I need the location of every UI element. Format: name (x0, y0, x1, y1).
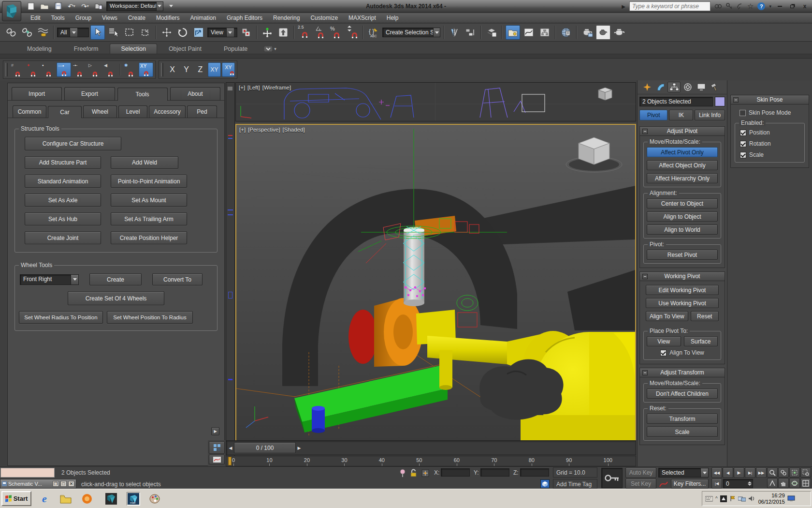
select-and-manipulate-icon[interactable] (260, 25, 275, 40)
workspace-dropdown[interactable]: Workspace: Default (106, 1, 163, 11)
time-tag-icon[interactable] (540, 479, 550, 488)
toggle-key-mode-button[interactable] (601, 468, 623, 488)
standard-animation-button[interactable]: Standard Animation (25, 175, 101, 188)
toolbar-grip[interactable] (5, 63, 8, 76)
configure-car-structure-button[interactable]: Configure Car Structure (25, 137, 121, 150)
restrict-x-button[interactable]: X (166, 62, 179, 77)
curve-editor-icon[interactable] (522, 25, 536, 40)
menu-tools[interactable]: Tools (46, 13, 70, 23)
render-setup-icon[interactable] (580, 25, 594, 40)
key-filters-button[interactable]: Key Filters... (671, 479, 709, 489)
point-to-point-animation-button[interactable]: Point-to-Point Animation (111, 175, 187, 188)
ribbon-tab-populate[interactable]: Populate (213, 44, 258, 54)
material-editor-icon[interactable] (559, 25, 573, 40)
affect-hierarchy-only-button[interactable]: Affect Hierarchy Only (647, 173, 718, 183)
field-of-view-icon[interactable] (767, 478, 778, 488)
panel-scroll-right-button[interactable]: ▶ (211, 427, 219, 435)
help-icon[interactable]: ? (757, 2, 765, 10)
percent-snap-toggle-icon[interactable]: % (329, 25, 344, 40)
minimize-button[interactable] (775, 2, 784, 10)
unlink-selection-icon[interactable]: ✻ (20, 25, 34, 40)
skin-pose-header[interactable]: Skin Pose (731, 95, 809, 105)
object-name-field[interactable]: 2 Objects Selected (639, 97, 713, 106)
docked-window-preview[interactable] (0, 468, 55, 478)
selection-filter-arrow-icon[interactable] (70, 28, 77, 37)
tab-tools[interactable]: Tools (117, 88, 168, 101)
ribbon-tab-object-paint[interactable]: Object Paint (158, 44, 212, 54)
window-crossing-icon[interactable] (138, 25, 153, 40)
reset-working-pivot-button[interactable]: Reset (691, 311, 719, 321)
collapse-icon[interactable] (733, 97, 739, 103)
edit-working-pivot-button[interactable]: Edit Working Pivot (646, 285, 719, 295)
subtab-accessory[interactable]: Accessory (149, 105, 186, 118)
reset-pivot-button[interactable]: Reset Pivot (647, 250, 718, 260)
pivot-snap-icon[interactable]: ✦ (26, 62, 40, 77)
search-input[interactable] (629, 1, 710, 11)
toolbar-grip[interactable] (161, 63, 163, 76)
skin-pose-mode-checkbox[interactable] (740, 110, 746, 116)
start-button[interactable]: Start (1, 491, 31, 506)
auto-key-button[interactable]: Auto Key (625, 467, 656, 478)
restrict-z-button[interactable]: Z (194, 62, 207, 77)
utilities-tab-icon[interactable] (708, 82, 721, 92)
frame-spinner[interactable] (748, 481, 753, 486)
key-selection-arrow-icon[interactable] (700, 468, 708, 477)
set-as-trailing-arm-button[interactable]: Set As Trailing Arm (111, 212, 187, 225)
go-to-start-button[interactable]: ◀◀ (711, 467, 722, 478)
viewport-view-label[interactable]: [Left] (247, 85, 260, 90)
pan-hand-icon[interactable] (778, 478, 789, 488)
paint-app-icon[interactable] (148, 492, 161, 506)
z-coord-field[interactable] (520, 468, 549, 477)
network-icon[interactable] (738, 496, 746, 502)
rotation-checkbox[interactable] (740, 141, 746, 147)
menu-customize[interactable]: Customize (305, 13, 343, 23)
align-icon[interactable] (463, 25, 478, 40)
schematic-view-icon[interactable] (537, 25, 552, 40)
search-icon[interactable] (714, 3, 722, 10)
new-file-icon[interactable] (25, 1, 37, 12)
tab-import[interactable]: Import (12, 87, 62, 100)
communication-center-icon[interactable] (737, 3, 743, 10)
adjust-transform-header[interactable]: Adjust Transform (640, 368, 725, 377)
align-to-view-checkbox[interactable] (660, 350, 667, 356)
graphite-ribbon-toggle-icon[interactable] (506, 25, 520, 40)
affect-object-only-button[interactable]: Affect Object Only (647, 160, 718, 170)
link-info-mode-button[interactable]: Link Info (695, 110, 725, 120)
t ab-about[interactable]: About (170, 87, 220, 100)
set-wheel-radius-to-position-button[interactable]: Set Wheel Radius To Position (19, 311, 103, 324)
select-and-move-icon[interactable] (160, 25, 174, 40)
viewport-menu-plus[interactable]: [+] (239, 127, 246, 133)
current-frame-field[interactable]: 0 (723, 479, 753, 488)
face-filled-snap-icon[interactable]: ◀ (103, 62, 117, 77)
subtab-ped[interactable]: Ped (187, 105, 217, 118)
open-file-icon[interactable] (39, 1, 50, 12)
tray-app-icon[interactable] (720, 495, 727, 502)
select-object-icon[interactable] (90, 25, 105, 40)
restrict-y-button[interactable]: Y (180, 62, 193, 77)
add-structure-part-button[interactable]: Add Structure Part (25, 156, 101, 169)
media-player-icon[interactable] (80, 492, 94, 506)
use-pivot-point-center-icon[interactable] (239, 25, 253, 40)
play-button[interactable]: ▶ (734, 467, 744, 478)
zoom-all-icon[interactable] (778, 467, 789, 478)
volume-icon[interactable] (748, 495, 755, 502)
ribbon-options-arrow-icon[interactable]: ▾ (274, 46, 276, 51)
subtab-wheel[interactable]: Wheel (83, 105, 117, 118)
menu-modifiers[interactable]: Modifiers (151, 13, 185, 23)
internet-explorer-icon[interactable]: e (38, 492, 51, 506)
flag-notification-icon[interactable] (729, 495, 736, 502)
viewport-shading-label[interactable]: [Shaded] (283, 127, 305, 133)
working-pivot-header[interactable]: Working Pivot (640, 272, 725, 281)
menu-help[interactable]: Help (381, 13, 404, 23)
zoom-extents-icon[interactable] (789, 467, 800, 478)
menu-group[interactable]: Group (70, 13, 97, 23)
collapse-icon[interactable] (642, 370, 648, 375)
subtab-level[interactable]: Level (118, 105, 147, 118)
collapse-icon[interactable] (642, 274, 648, 279)
wheel-position-arrow-icon[interactable] (71, 275, 78, 284)
rendered-frame-window-icon[interactable] (596, 25, 610, 40)
workspace-menu-icon[interactable] (165, 1, 177, 12)
project-folder-icon[interactable] (93, 1, 104, 12)
bind-to-space-warp-icon[interactable] (36, 25, 50, 40)
pivot-mode-button[interactable]: Pivot (639, 110, 667, 120)
